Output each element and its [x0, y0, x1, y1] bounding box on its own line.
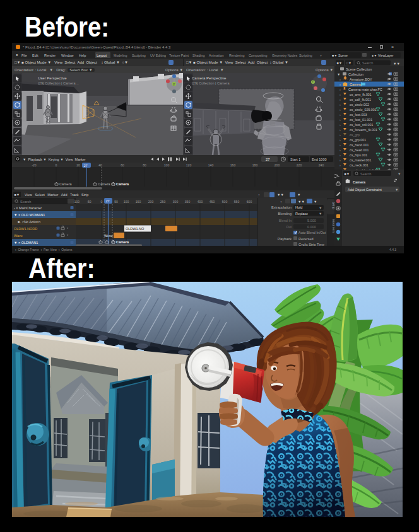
svg-text:500: 500	[222, 200, 228, 204]
svg-text:Armature.BOY: Armature.BOY	[350, 78, 372, 81]
svg-text:›: ›	[339, 158, 341, 162]
svg-text:›: ›	[339, 113, 341, 117]
svg-text:›: ›	[339, 153, 341, 157]
svg-text:›: ›	[339, 123, 341, 127]
svg-text:140: 140	[208, 163, 214, 167]
svg-text:Camera: Camera	[116, 240, 129, 244]
svg-text:Camera Perspective: Camera Perspective	[192, 76, 227, 80]
svg-text:▼: ▼	[297, 193, 300, 197]
svg-text:▼: ▼	[314, 200, 317, 204]
svg-text:(29) Collection | Camera: (29) Collection | Camera	[192, 81, 230, 85]
svg-text:Camera: Camera	[350, 83, 363, 86]
svg-text:40: 40	[98, 163, 102, 167]
svg-text:■▼: ■▼	[337, 61, 343, 65]
svg-text:OLDW1.NODD: OLDW1.NODD	[14, 227, 37, 231]
svg-text:Scene Collection: Scene Collection	[346, 67, 372, 71]
svg-text:Search: Search	[362, 61, 373, 65]
svg-text:Search: Search	[360, 172, 371, 176]
svg-text:↑: ↑	[258, 193, 260, 197]
svg-text:200: 200	[148, 200, 154, 204]
svg-text:450: 450	[210, 200, 215, 204]
svg-text:cs_circle.002: cs_circle.002	[350, 103, 369, 107]
svg-text:View Select Marker Add: View Select Marker Add Track Strip	[25, 193, 88, 197]
svg-text:60: 60	[121, 163, 124, 167]
svg-text:↑: ↑	[280, 200, 282, 204]
svg-text:5.000: 5.000	[307, 219, 316, 223]
svg-text:-100: -100	[73, 200, 80, 204]
svg-text:▼▼: ▼▼	[393, 62, 400, 66]
svg-text:▼ × OLD WOMAN1: ▼ × OLD WOMAN1	[14, 213, 45, 217]
svg-text:cs_circle_025.001: cs_circle_025.001	[350, 108, 377, 112]
svg-text:300: 300	[173, 200, 179, 204]
svg-text:▼: ▼	[319, 206, 322, 210]
svg-text:0.000: 0.000	[307, 225, 316, 229]
svg-text:Camera: Camera	[116, 182, 129, 186]
svg-text:20: 20	[76, 163, 80, 167]
svg-text:80: 80	[143, 163, 146, 167]
svg-text:cs_hips.001: cs_hips.001	[350, 153, 367, 157]
svg-text:27: 27	[266, 158, 270, 161]
svg-text:›: ›	[339, 98, 341, 101]
svg-text:150: 150	[136, 200, 141, 204]
svg-text:User Perspective: User Perspective	[38, 76, 67, 80]
svg-text:Extrapolation: Extrapolation	[271, 205, 292, 209]
svg-text:End 1000: End 1000	[312, 158, 327, 161]
svg-text:▼ × OLDMAN1: ▼ × OLDMAN1	[14, 241, 38, 245]
svg-text:Camera main char.FC: Camera main char.FC	[348, 88, 382, 91]
svg-text:350: 350	[185, 200, 191, 204]
svg-text:Blend In: Blend In	[279, 219, 292, 223]
svg-text:Start 1: Start 1	[290, 158, 300, 161]
svg-text:›: ›	[339, 88, 341, 91]
svg-text:220: 220	[297, 163, 302, 167]
svg-text:▼: ▼	[319, 212, 322, 216]
svg-text:■· <No Action>: ■· <No Action>	[18, 220, 41, 224]
svg-text:160: 160	[230, 163, 236, 167]
svg-text:cs_calf_fk.001: cs_calf_fk.001	[350, 98, 371, 101]
svg-text:›: ›	[339, 143, 341, 147]
svg-text:400: 400	[198, 200, 203, 204]
svg-text:›: ›	[339, 83, 341, 86]
svg-text:›: ›	[339, 93, 341, 96]
svg-text:0: 0	[56, 163, 57, 167]
svg-text:Search: Search	[20, 200, 31, 204]
svg-text:▼▼: ▼▼	[298, 200, 305, 204]
svg-text:cs_master.001: cs_master.001	[350, 158, 372, 162]
svg-text:Blending: Blending	[278, 212, 292, 216]
svg-text:27: 27	[84, 164, 88, 168]
svg-text:Camera: Camera	[353, 180, 366, 184]
svg-text:›: ›	[339, 78, 341, 81]
svg-text:cs_grp.001: cs_grp.001	[350, 138, 366, 142]
svg-text:OLDW1.NO: OLDW1.NO	[126, 227, 145, 231]
svg-text:▼: ▼	[337, 72, 340, 76]
svg-text:Playback: Playback	[278, 237, 292, 241]
svg-text:600: 600	[247, 200, 252, 204]
svg-text:-50: -50	[86, 200, 91, 204]
svg-text:cs_foot_roll.001: cs_foot_roll.001	[350, 123, 373, 127]
svg-text:▼▼: ▼▼	[277, 193, 284, 197]
svg-text:120: 120	[186, 163, 192, 167]
svg-text:100: 100	[164, 163, 170, 167]
svg-text:▼: ▼	[398, 172, 401, 176]
svg-text:cs_arm_fk.001: cs_arm_fk.001	[350, 93, 372, 96]
svg-text:cs_head.001: cs_head.001	[350, 148, 369, 152]
svg-text:■▼: ■▼	[345, 172, 350, 176]
svg-text:cs_foot.003: cs_foot.003	[350, 113, 367, 117]
svg-text:□▼: □▼	[346, 61, 352, 65]
svg-text:50: 50	[114, 200, 118, 204]
svg-text:›: ›	[339, 133, 341, 137]
svg-text:cs_hand.001: cs_hand.001	[350, 143, 369, 147]
svg-text:(29) Collection | Camera…: (29) Collection | Camera…	[38, 81, 79, 85]
svg-text:0: 0	[101, 200, 103, 204]
svg-text:Reversed: Reversed	[298, 237, 314, 241]
svg-text:Camera: Camera	[59, 182, 73, 186]
svg-text:▼ Playback ▼ Keying ▼ View: ▼ Playback ▼ Keying ▼ View Marker	[23, 158, 86, 161]
svg-text:cs_grp: cs_grp	[350, 133, 360, 137]
svg-text:›: ›	[339, 138, 341, 142]
svg-text:cs_forearm_fk.001: cs_forearm_fk.001	[350, 128, 377, 132]
svg-text:240: 240	[319, 163, 324, 167]
svg-text:100: 100	[124, 200, 129, 204]
svg-text:250: 250	[160, 200, 166, 204]
svg-text:180: 180	[252, 163, 258, 167]
svg-text:Hold: Hold	[295, 205, 302, 209]
svg-text:Camera: Camera	[98, 182, 111, 186]
